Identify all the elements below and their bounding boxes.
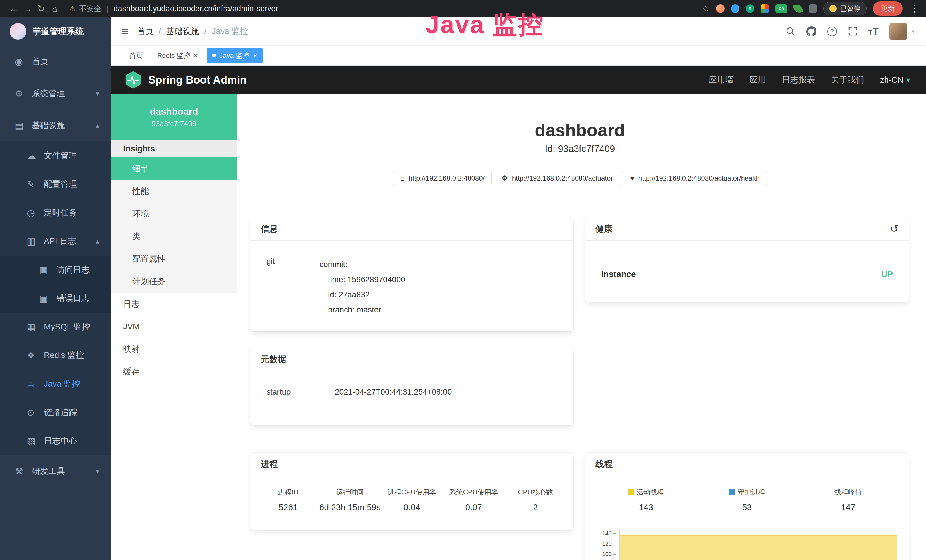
paused-badge[interactable]: 已暂停 — [823, 2, 867, 15]
sidebar-menu: ◉ 首页 ⚙ 系统管理 ▾ ▤ 基础设施 ▴ ☁ 文件管理 ✎ 配置管理 ◷ 定… — [0, 45, 111, 487]
process-col-pid: 进程ID 5261 — [257, 487, 319, 512]
font-size-icon[interactable]: TT — [869, 26, 879, 37]
service-url-link[interactable]: ⌂ http://192.168.0.2:48080/ — [393, 171, 492, 185]
process-col-value: 2 — [504, 502, 566, 512]
close-icon[interactable]: × — [253, 52, 257, 59]
process-col-cpu-cores: CPU核心数 2 — [504, 487, 566, 512]
sba-menu-details[interactable]: 细节 — [111, 157, 237, 180]
sidebar-item-java-monitor[interactable]: ☕ Java 监控 — [0, 370, 111, 398]
sidebar-item-access-logs[interactable]: ▣ 访问日志 — [0, 256, 111, 284]
grid-extension-icon[interactable] — [761, 4, 769, 13]
sba-instance-header[interactable]: dashboard 93a3fc7f7409 — [111, 94, 237, 140]
sidebar-item-redis-monitor[interactable]: ❖ Redis 监控 — [0, 341, 111, 370]
bookmark-star-icon[interactable]: ☆ — [702, 3, 710, 14]
forward-icon[interactable]: → — [21, 3, 34, 14]
process-col-value: 6d 23h 15m 59s — [319, 502, 381, 512]
sba-menu-jvm[interactable]: JVM — [111, 315, 237, 338]
back-icon[interactable]: ← — [7, 3, 21, 14]
chevron-down-icon: ▾ — [906, 76, 910, 85]
sidebar-item-system-management[interactable]: ⚙ 系统管理 ▾ — [0, 77, 111, 109]
sba-nav-applications[interactable]: 应用 — [749, 74, 766, 86]
reload-icon[interactable]: ↻ — [34, 3, 48, 14]
sba-content: dashboard Id: 93a3fc7f7409 ⌂ http://192.… — [237, 94, 926, 560]
sba-header: Spring Boot Admin 应用墙 应用 日志报表 关于我们 zh-CN… — [111, 66, 926, 94]
instance-links: ⌂ http://192.168.0.2:48080/ ⚙ http://192… — [250, 171, 909, 185]
process-col-value: 0.07 — [443, 502, 504, 512]
leaf-extension-icon[interactable] — [793, 3, 803, 14]
sidebar-item-error-logs[interactable]: ▣ 错误日志 — [0, 284, 111, 313]
drop-extension-icon[interactable] — [731, 4, 740, 13]
help-icon[interactable]: ? — [827, 27, 837, 36]
sidebar-item-log-center[interactable]: ▧ 日志中心 — [0, 427, 111, 455]
close-icon[interactable]: × — [194, 52, 198, 59]
home-icon[interactable]: ⌂ — [48, 3, 62, 14]
puzzle-extension-icon[interactable] — [808, 4, 817, 13]
tab-redis-monitor[interactable]: Redis 监控 × — [152, 48, 203, 63]
sba-nav-journal[interactable]: 日志报表 — [782, 74, 815, 86]
avatar-caret-icon[interactable]: ▾ — [912, 28, 915, 35]
on-extension-icon[interactable]: on — [775, 4, 787, 13]
sba-menu-mappings[interactable]: 映射 — [111, 338, 237, 360]
sba-insight-menu: 细节 性能 环境 类 配置属性 计划任务 — [111, 157, 237, 293]
sba-menu-classes[interactable]: 类 — [111, 225, 237, 248]
site-security-info[interactable]: ⚠ 不安全 — [69, 4, 101, 14]
process-col-label: 进程CPU使用率 — [381, 487, 443, 496]
user-avatar[interactable] — [890, 23, 907, 40]
sidebar-item-scheduled-tasks[interactable]: ◷ 定时任务 — [0, 198, 111, 227]
sidebar-item-dev-tools[interactable]: ⚒ 研发工具 ▾ — [0, 455, 111, 487]
sidebar-item-label: 系统管理 — [32, 88, 65, 99]
search-icon[interactable] — [786, 27, 795, 36]
sba-menu-logs[interactable]: 日志 — [111, 293, 237, 315]
chevron-down-icon: ▾ — [96, 89, 99, 98]
app-logo[interactable]: 芋道管理系统 — [0, 17, 111, 45]
breadcrumb-home[interactable]: 首页 — [137, 26, 154, 37]
sba-menu-scheduled-tasks[interactable]: 计划任务 — [111, 270, 237, 293]
sidebar-item-api-logs[interactable]: ▥ API 日志 ▴ — [0, 227, 111, 256]
actuator-url-link[interactable]: ⚙ http://192.168.0.2:48080/actuator — [495, 171, 620, 185]
sba-menu-caches[interactable]: 缓存 — [111, 360, 237, 383]
breadcrumb-current: Java 监控 — [212, 26, 248, 37]
log-center-icon: ▧ — [27, 436, 44, 446]
sidebar-item-infrastructure[interactable]: ▤ 基础设施 ▴ — [0, 109, 111, 141]
sba-language-select[interactable]: zh-CN ▾ — [880, 75, 910, 85]
fox-extension-icon[interactable] — [716, 4, 725, 13]
clock-icon: ◷ — [27, 207, 44, 218]
sidebar-item-label: 首页 — [32, 56, 48, 67]
github-icon[interactable] — [806, 26, 817, 36]
sba-brand[interactable]: Spring Boot Admin — [125, 71, 247, 89]
sidebar-item-mysql-monitor[interactable]: ▦ MySQL 监控 — [0, 313, 111, 341]
dashboard-icon: ◉ — [15, 56, 32, 67]
sidebar-item-label: 定时任务 — [44, 207, 77, 218]
security-label: 不安全 — [79, 4, 101, 14]
git-commit-line: commit: — [319, 257, 557, 272]
sidebar-item-label: 错误日志 — [56, 293, 89, 304]
sba-menu-config-props[interactable]: 配置属性 — [111, 248, 237, 270]
database-icon: ▦ — [27, 321, 44, 332]
threads-legend: 活动线程 143 守护进程 53 — [595, 487, 899, 512]
tab-home[interactable]: 首页 — [124, 48, 148, 63]
browser-menu-icon[interactable]: ⋮ — [910, 3, 919, 14]
sba-menu-environment[interactable]: 环境 — [111, 203, 237, 225]
y-extension-icon[interactable]: Y — [746, 4, 754, 13]
divider: | — [106, 4, 108, 13]
sidebar-item-config-management[interactable]: ✎ 配置管理 — [0, 170, 111, 198]
sidebar-item-link-tracing[interactable]: ⊙ 链路追踪 — [0, 398, 111, 427]
health-url-link[interactable]: ♥ http://192.168.0.2:48080/actuator/heal… — [623, 171, 767, 185]
sba-nav-about[interactable]: 关于我们 — [831, 74, 864, 86]
process-col-label: CPU核心数 — [504, 487, 566, 496]
heart-icon: ♥ — [630, 174, 634, 182]
breadcrumb-infrastructure[interactable]: 基础设施 — [166, 26, 199, 37]
fullscreen-icon[interactable] — [848, 27, 858, 36]
hamburger-icon[interactable]: ≡ — [121, 24, 129, 38]
address-bar[interactable]: dashboard.yudao.iocoder.cn/infra/admin-s… — [113, 4, 278, 13]
sidebar-item-file-management[interactable]: ☁ 文件管理 — [0, 141, 111, 170]
history-icon[interactable]: ↺ — [890, 223, 899, 235]
redis-icon: ❖ — [27, 350, 44, 361]
tab-java-monitor[interactable]: Java 监控 × — [207, 48, 263, 63]
tab-label: Redis 监控 — [157, 51, 190, 60]
update-button[interactable]: 更新 — [873, 2, 903, 16]
sidebar-item-home[interactable]: ◉ 首页 — [0, 45, 111, 77]
sba-menu-metrics[interactable]: 性能 — [111, 180, 237, 203]
sba-nav-wallboard[interactable]: 应用墙 — [709, 74, 734, 86]
process-col-label: 运行时间 — [319, 487, 381, 496]
